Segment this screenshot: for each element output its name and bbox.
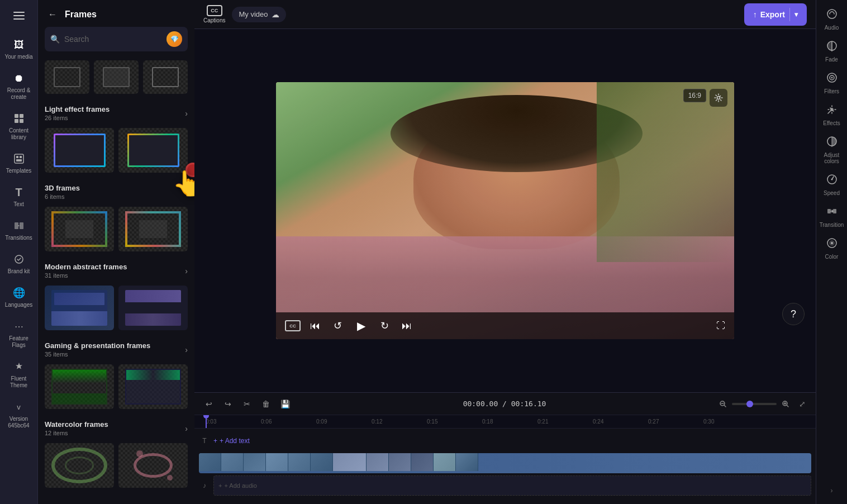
cut-button[interactable]: ✂ (239, 396, 255, 412)
frame-thumb-item[interactable] (118, 286, 188, 330)
section-title: Light effect frames (45, 105, 110, 113)
right-tool-audio[interactable]: Audio (818, 4, 846, 34)
right-tool-fade[interactable]: Fade (818, 36, 846, 66)
play-button[interactable]: ▶ (352, 317, 370, 335)
frame-thumbnail[interactable] (94, 60, 139, 94)
right-tool-effects[interactable]: Effects (818, 100, 846, 130)
add-audio-button[interactable]: + + Add audio (213, 476, 811, 496)
frame-thumb-item[interactable] (45, 207, 114, 251)
light-effect-frames-grid (38, 126, 194, 179)
right-panel: Audio Fade Filters Effe (816, 0, 847, 504)
current-time: 00:00.00 (463, 400, 498, 408)
sidebar-item-brand-kit[interactable]: Brand kit (2, 248, 36, 279)
video-container: CC ⏮ ↺ ▶ ↻ ⏭ ⛶ 16:9 (276, 82, 734, 339)
frame-thumb-item[interactable] (45, 364, 114, 409)
frame-thumb-item[interactable] (45, 286, 114, 330)
frames-header: ← Frames (38, 0, 194, 27)
svg-rect-4 (15, 154, 23, 163)
sidebar-item-label: Brand kit (8, 268, 30, 275)
forward-button[interactable]: ↻ (377, 318, 392, 334)
video-settings-button[interactable] (710, 89, 727, 107)
transition-label: Transition (820, 222, 844, 228)
aspect-ratio-badge[interactable]: 16:9 (683, 89, 706, 102)
frames-panel-title: Frames (65, 9, 97, 20)
section-info: Light effect frames 26 items (45, 105, 110, 121)
zoom-thumb (746, 401, 753, 407)
sidebar-left: 🖼 Your media ⏺ Record &create Content li… (0, 0, 38, 504)
sidebar-item-record[interactable]: ⏺ Record &create (2, 67, 36, 105)
section-3d-frames[interactable]: 3D frames 6 items › (38, 179, 194, 205)
frame-thumb-item[interactable] (118, 364, 188, 409)
frame-thumb-item[interactable] (45, 128, 114, 173)
frame-thumbnail[interactable] (45, 60, 89, 94)
right-tool-transition[interactable]: Transition (818, 202, 846, 231)
cc-video-button[interactable]: CC (285, 320, 301, 331)
section-gaming-presentation-frames[interactable]: Gaming & presentation frames 35 items › (38, 337, 194, 362)
section-modern-abstract-frames[interactable]: Modern abstract frames 31 items › (38, 258, 194, 283)
search-input[interactable] (64, 35, 162, 44)
sidebar-item-feature-flags[interactable]: ⋯ Feature Flags (2, 315, 36, 353)
gaming-frames-grid (38, 362, 194, 416)
transition-icon (826, 205, 838, 220)
sidebar-item-content-library[interactable]: Content library (2, 107, 36, 145)
sidebar-item-text[interactable]: T Text (2, 181, 36, 212)
expand-timeline-button[interactable]: ⤢ (796, 397, 809, 411)
sidebar-item-transitions[interactable]: Transitions (2, 215, 36, 246)
premium-badge[interactable]: 💎 (166, 31, 182, 47)
right-tool-color[interactable]: Color (818, 234, 846, 263)
sidebar-item-languages[interactable]: 🌐 Languages (2, 282, 36, 313)
rewind-button[interactable]: ↺ (330, 318, 345, 334)
fullscreen-button[interactable]: ⛶ (716, 321, 725, 331)
add-audio-label: + Add audio (224, 482, 256, 489)
section-light-effect-frames[interactable]: Light effect frames 26 items › (38, 101, 194, 126)
plus-icon: + (218, 482, 222, 489)
right-tool-adjust-colors[interactable]: Adjust colors (818, 132, 846, 168)
back-button[interactable]: ← (45, 7, 60, 22)
section-title: Modern abstract frames (45, 263, 127, 271)
zoom-slider[interactable] (732, 403, 777, 405)
section-info: 3D frames 6 items (45, 184, 80, 200)
captions-button[interactable]: CC Captions (203, 5, 225, 23)
help-button[interactable]: ? (782, 303, 805, 325)
right-tool-speed[interactable]: Speed (818, 170, 846, 199)
undo-button[interactable]: ↩ (201, 396, 217, 412)
sidebar-item-fluent-theme[interactable]: Fluent Theme (2, 355, 36, 393)
zoom-out-button[interactable] (716, 397, 730, 411)
add-text-button[interactable]: + + Add text (213, 437, 250, 445)
speed-label: Speed (824, 190, 840, 196)
right-tool-filters[interactable]: Filters (818, 68, 846, 98)
delete-button[interactable]: 🗑 (258, 396, 274, 412)
sidebar-item-templates[interactable]: Templates (2, 148, 36, 179)
frame-thumb-item[interactable] (118, 207, 188, 251)
skip-back-button[interactable]: ⏮ (307, 318, 323, 334)
playhead[interactable] (206, 415, 207, 428)
brand-kit-icon (12, 253, 26, 266)
redo-button[interactable]: ↪ (220, 396, 236, 412)
skip-forward-button[interactable]: ⏭ (399, 318, 415, 334)
export-button[interactable]: ↑ Export ▾ (744, 3, 807, 26)
frame-thumb-item[interactable] (118, 443, 188, 488)
export-chevron-icon: ▾ (794, 11, 798, 18)
frame-thumb-item[interactable] (45, 443, 114, 488)
chevron-right-icon: › (185, 424, 188, 433)
save-button[interactable]: 💾 (277, 396, 293, 412)
ruler-mark: 0:09 (316, 419, 372, 425)
your-media-icon: 🖼 (12, 38, 26, 51)
frame-thumbnail[interactable] (143, 60, 188, 94)
clip-thumb (456, 453, 478, 471)
sidebar-item-your-media[interactable]: 🖼 Your media (2, 34, 36, 65)
fade-icon (826, 40, 838, 55)
menu-button[interactable] (2, 4, 36, 27)
ruler-mark: 0:03 (206, 419, 261, 425)
sidebar-item-version[interactable]: v Version645bc64 (2, 396, 36, 434)
frames-list: Light effect frames 26 items › 3D frames… (38, 58, 194, 504)
video-clip[interactable] (199, 453, 811, 473)
total-time: 00:16.10 (511, 400, 546, 408)
zoom-in-button[interactable] (779, 397, 792, 411)
filters-icon (826, 72, 838, 87)
right-panel-collapse[interactable]: › (826, 481, 838, 500)
svg-rect-24 (833, 209, 836, 213)
video-tab[interactable]: My video ☁ (232, 7, 285, 22)
frame-thumb-item[interactable] (118, 128, 188, 173)
section-watercolor-frames[interactable]: Watercolor frames 12 items › (38, 416, 194, 441)
